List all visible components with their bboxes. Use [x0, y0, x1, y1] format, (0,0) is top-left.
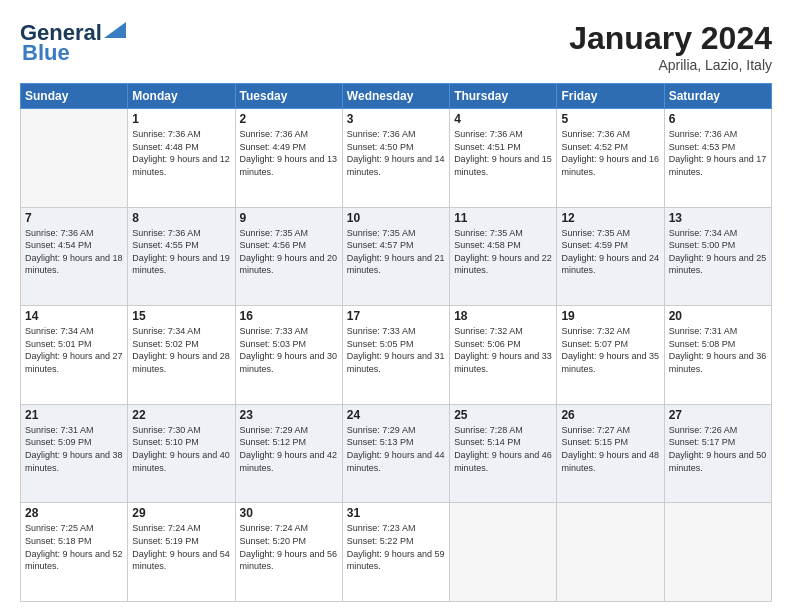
calendar-day-cell: 10Sunrise: 7:35 AMSunset: 4:57 PMDayligh… [342, 207, 449, 306]
calendar-week-3: 14Sunrise: 7:34 AMSunset: 5:01 PMDayligh… [21, 306, 772, 405]
calendar-day-cell: 1Sunrise: 7:36 AMSunset: 4:48 PMDaylight… [128, 109, 235, 208]
day-number: 2 [240, 112, 338, 126]
calendar-day-cell: 9Sunrise: 7:35 AMSunset: 4:56 PMDaylight… [235, 207, 342, 306]
calendar-week-1: 1Sunrise: 7:36 AMSunset: 4:48 PMDaylight… [21, 109, 772, 208]
calendar-week-5: 28Sunrise: 7:25 AMSunset: 5:18 PMDayligh… [21, 503, 772, 602]
calendar-day-cell: 24Sunrise: 7:29 AMSunset: 5:13 PMDayligh… [342, 404, 449, 503]
calendar-day-cell: 8Sunrise: 7:36 AMSunset: 4:55 PMDaylight… [128, 207, 235, 306]
day-number: 17 [347, 309, 445, 323]
day-number: 4 [454, 112, 552, 126]
calendar-empty-cell [557, 503, 664, 602]
calendar-empty-cell [664, 503, 771, 602]
day-info: Sunrise: 7:36 AMSunset: 4:50 PMDaylight:… [347, 128, 445, 178]
calendar-day-cell: 7Sunrise: 7:36 AMSunset: 4:54 PMDaylight… [21, 207, 128, 306]
weekday-header-tuesday: Tuesday [235, 84, 342, 109]
day-info: Sunrise: 7:36 AMSunset: 4:52 PMDaylight:… [561, 128, 659, 178]
calendar-day-cell: 20Sunrise: 7:31 AMSunset: 5:08 PMDayligh… [664, 306, 771, 405]
calendar: SundayMondayTuesdayWednesdayThursdayFrid… [20, 83, 772, 602]
month-title: January 2024 [569, 20, 772, 57]
calendar-day-cell: 14Sunrise: 7:34 AMSunset: 5:01 PMDayligh… [21, 306, 128, 405]
calendar-day-cell: 3Sunrise: 7:36 AMSunset: 4:50 PMDaylight… [342, 109, 449, 208]
day-number: 6 [669, 112, 767, 126]
calendar-day-cell: 27Sunrise: 7:26 AMSunset: 5:17 PMDayligh… [664, 404, 771, 503]
day-info: Sunrise: 7:36 AMSunset: 4:48 PMDaylight:… [132, 128, 230, 178]
day-info: Sunrise: 7:36 AMSunset: 4:51 PMDaylight:… [454, 128, 552, 178]
calendar-day-cell: 17Sunrise: 7:33 AMSunset: 5:05 PMDayligh… [342, 306, 449, 405]
day-number: 3 [347, 112, 445, 126]
day-info: Sunrise: 7:34 AMSunset: 5:00 PMDaylight:… [669, 227, 767, 277]
calendar-day-cell: 19Sunrise: 7:32 AMSunset: 5:07 PMDayligh… [557, 306, 664, 405]
day-number: 19 [561, 309, 659, 323]
day-info: Sunrise: 7:36 AMSunset: 4:55 PMDaylight:… [132, 227, 230, 277]
day-number: 13 [669, 211, 767, 225]
day-info: Sunrise: 7:36 AMSunset: 4:54 PMDaylight:… [25, 227, 123, 277]
day-number: 8 [132, 211, 230, 225]
logo-icon [104, 22, 126, 38]
calendar-day-cell: 29Sunrise: 7:24 AMSunset: 5:19 PMDayligh… [128, 503, 235, 602]
day-number: 30 [240, 506, 338, 520]
day-info: Sunrise: 7:31 AMSunset: 5:08 PMDaylight:… [669, 325, 767, 375]
calendar-day-cell: 25Sunrise: 7:28 AMSunset: 5:14 PMDayligh… [450, 404, 557, 503]
day-info: Sunrise: 7:26 AMSunset: 5:17 PMDaylight:… [669, 424, 767, 474]
calendar-day-cell: 5Sunrise: 7:36 AMSunset: 4:52 PMDaylight… [557, 109, 664, 208]
weekday-header-sunday: Sunday [21, 84, 128, 109]
day-number: 14 [25, 309, 123, 323]
weekday-header-friday: Friday [557, 84, 664, 109]
day-info: Sunrise: 7:34 AMSunset: 5:01 PMDaylight:… [25, 325, 123, 375]
weekday-header-wednesday: Wednesday [342, 84, 449, 109]
day-number: 9 [240, 211, 338, 225]
day-info: Sunrise: 7:34 AMSunset: 5:02 PMDaylight:… [132, 325, 230, 375]
weekday-header-thursday: Thursday [450, 84, 557, 109]
day-info: Sunrise: 7:31 AMSunset: 5:09 PMDaylight:… [25, 424, 123, 474]
day-number: 22 [132, 408, 230, 422]
calendar-day-cell: 16Sunrise: 7:33 AMSunset: 5:03 PMDayligh… [235, 306, 342, 405]
day-info: Sunrise: 7:32 AMSunset: 5:06 PMDaylight:… [454, 325, 552, 375]
day-info: Sunrise: 7:36 AMSunset: 4:49 PMDaylight:… [240, 128, 338, 178]
weekday-header-row: SundayMondayTuesdayWednesdayThursdayFrid… [21, 84, 772, 109]
svg-marker-0 [104, 22, 126, 38]
calendar-day-cell: 15Sunrise: 7:34 AMSunset: 5:02 PMDayligh… [128, 306, 235, 405]
day-info: Sunrise: 7:28 AMSunset: 5:14 PMDaylight:… [454, 424, 552, 474]
title-block: January 2024 Aprilia, Lazio, Italy [569, 20, 772, 73]
calendar-day-cell: 11Sunrise: 7:35 AMSunset: 4:58 PMDayligh… [450, 207, 557, 306]
day-info: Sunrise: 7:27 AMSunset: 5:15 PMDaylight:… [561, 424, 659, 474]
day-info: Sunrise: 7:33 AMSunset: 5:05 PMDaylight:… [347, 325, 445, 375]
logo: General Blue [20, 20, 126, 66]
day-info: Sunrise: 7:35 AMSunset: 4:58 PMDaylight:… [454, 227, 552, 277]
day-info: Sunrise: 7:33 AMSunset: 5:03 PMDaylight:… [240, 325, 338, 375]
calendar-day-cell: 6Sunrise: 7:36 AMSunset: 4:53 PMDaylight… [664, 109, 771, 208]
day-info: Sunrise: 7:35 AMSunset: 4:57 PMDaylight:… [347, 227, 445, 277]
calendar-day-cell: 28Sunrise: 7:25 AMSunset: 5:18 PMDayligh… [21, 503, 128, 602]
day-number: 28 [25, 506, 123, 520]
calendar-day-cell: 23Sunrise: 7:29 AMSunset: 5:12 PMDayligh… [235, 404, 342, 503]
day-number: 11 [454, 211, 552, 225]
calendar-day-cell: 26Sunrise: 7:27 AMSunset: 5:15 PMDayligh… [557, 404, 664, 503]
day-info: Sunrise: 7:29 AMSunset: 5:12 PMDaylight:… [240, 424, 338, 474]
calendar-week-2: 7Sunrise: 7:36 AMSunset: 4:54 PMDaylight… [21, 207, 772, 306]
calendar-day-cell: 30Sunrise: 7:24 AMSunset: 5:20 PMDayligh… [235, 503, 342, 602]
day-number: 27 [669, 408, 767, 422]
day-number: 5 [561, 112, 659, 126]
day-info: Sunrise: 7:35 AMSunset: 4:59 PMDaylight:… [561, 227, 659, 277]
day-number: 25 [454, 408, 552, 422]
page: General Blue January 2024 Aprilia, Lazio… [0, 0, 792, 612]
header: General Blue January 2024 Aprilia, Lazio… [20, 20, 772, 73]
day-number: 1 [132, 112, 230, 126]
calendar-day-cell: 22Sunrise: 7:30 AMSunset: 5:10 PMDayligh… [128, 404, 235, 503]
day-info: Sunrise: 7:24 AMSunset: 5:19 PMDaylight:… [132, 522, 230, 572]
calendar-day-cell: 21Sunrise: 7:31 AMSunset: 5:09 PMDayligh… [21, 404, 128, 503]
day-number: 16 [240, 309, 338, 323]
location: Aprilia, Lazio, Italy [569, 57, 772, 73]
day-info: Sunrise: 7:35 AMSunset: 4:56 PMDaylight:… [240, 227, 338, 277]
calendar-day-cell: 12Sunrise: 7:35 AMSunset: 4:59 PMDayligh… [557, 207, 664, 306]
calendar-day-cell: 18Sunrise: 7:32 AMSunset: 5:06 PMDayligh… [450, 306, 557, 405]
day-number: 10 [347, 211, 445, 225]
weekday-header-saturday: Saturday [664, 84, 771, 109]
calendar-day-cell: 2Sunrise: 7:36 AMSunset: 4:49 PMDaylight… [235, 109, 342, 208]
calendar-empty-cell [21, 109, 128, 208]
day-number: 29 [132, 506, 230, 520]
day-number: 15 [132, 309, 230, 323]
day-number: 21 [25, 408, 123, 422]
day-number: 26 [561, 408, 659, 422]
calendar-day-cell: 31Sunrise: 7:23 AMSunset: 5:22 PMDayligh… [342, 503, 449, 602]
